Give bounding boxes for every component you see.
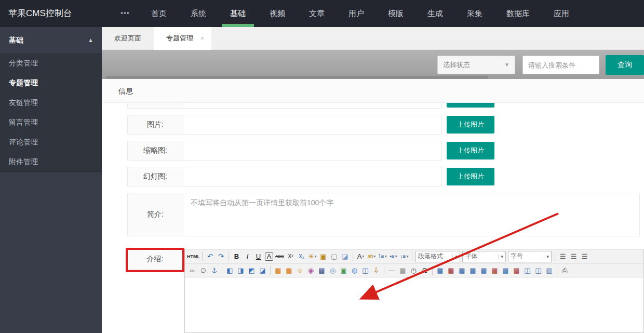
superscript-icon[interactable]: X² (285, 251, 296, 262)
sidebar-item-attachment[interactable]: 附件管理 (0, 152, 102, 171)
quick-format-icon[interactable]: ✳▾ (307, 251, 318, 262)
paste-text-icon[interactable]: ▣ (318, 251, 329, 262)
anchor-icon[interactable]: ⚓ (209, 265, 220, 276)
calendar-icon[interactable]: ▦ (397, 265, 408, 276)
highlight-color-icon[interactable]: ab▾ (366, 251, 377, 262)
upload-thumbnail-button[interactable]: 上传图片 (447, 142, 494, 159)
insert-table-icon[interactable]: ▦ (435, 265, 446, 276)
form-row-slideshow: 幻灯图: 上传图片 (127, 167, 644, 187)
thumbnail-input[interactable] (183, 141, 441, 160)
nav-item-user[interactable]: 用户 (340, 0, 372, 27)
close-icon[interactable]: × (200, 27, 205, 50)
chevron-down-icon: ▾ (395, 251, 397, 262)
nav-item-home[interactable]: 首页 (143, 0, 175, 27)
layout-icon[interactable]: ◫ (360, 265, 371, 276)
dialog-body: 文章收录: 查询数据 图片: 上传图片 缩略图: 上传图片 (102, 103, 644, 333)
align-left-icon[interactable]: ☰ (557, 251, 568, 262)
insert-col-icon[interactable]: ▦ (500, 265, 511, 276)
strikethrough-icon[interactable]: ABC (274, 251, 285, 262)
subscript-icon[interactable]: X₂ (296, 251, 307, 262)
paint-icon[interactable]: ◉ (305, 265, 316, 276)
editor-content-area[interactable] (185, 277, 643, 332)
status-select[interactable]: 选择状态 ▼ (437, 56, 515, 74)
source-code-icon[interactable]: HTML (187, 251, 200, 262)
sidebar-item-comment[interactable]: 评论管理 (0, 132, 102, 152)
tab-topic-management[interactable]: 专题管理 × (154, 27, 211, 50)
print-icon[interactable]: ⎙ (559, 265, 570, 276)
font-color-icon[interactable]: A▾ (355, 251, 366, 262)
emoticon-icon[interactable]: ☺ (294, 265, 305, 276)
slideshow-input[interactable] (183, 167, 441, 186)
delete-row-icon[interactable]: ▦ (489, 265, 500, 276)
italic-icon[interactable]: I (242, 251, 253, 262)
align-center-icon[interactable]: ☰ (568, 251, 579, 262)
insert-row-above-icon[interactable]: ▦ (467, 265, 478, 276)
nav-item-generate[interactable]: 生成 (419, 0, 451, 27)
upload-slideshow-button[interactable]: 上传图片 (447, 168, 494, 185)
field-label-summary: 简介: (128, 193, 183, 236)
split-cells-icon[interactable]: ◫ (533, 265, 544, 276)
insert-image-icon[interactable]: ▦ (273, 265, 284, 276)
sidebar-group-basic[interactable]: 基础 ▲ (0, 27, 102, 53)
query-button[interactable]: 查询 (606, 55, 644, 75)
align-right-icon[interactable]: ☰ (579, 251, 590, 262)
nav-item-template[interactable]: 模版 (380, 0, 412, 27)
image-input[interactable] (183, 115, 441, 134)
image-align-top-icon[interactable]: ◩ (246, 265, 257, 276)
nav-item-collect[interactable]: 采集 (459, 0, 491, 27)
paragraph-format-select[interactable]: 段落格式▾ (415, 251, 460, 262)
attachment-icon[interactable]: ◎ (327, 265, 338, 276)
sidebar-item-category[interactable]: 分类管理 (0, 53, 102, 73)
horizontal-rule-icon[interactable]: — (386, 265, 397, 276)
remote-image-icon[interactable]: ⇩ (371, 265, 382, 276)
nav-item-basic[interactable]: 基础 (222, 0, 254, 27)
tab-welcome[interactable]: 欢迎页面 (102, 27, 154, 50)
special-char-icon[interactable]: Ω (419, 265, 430, 276)
delete-col-icon[interactable]: ▦ (511, 265, 522, 276)
nav-item-article[interactable]: 文章 (301, 0, 333, 27)
multi-image-icon[interactable]: ▦ (284, 265, 294, 276)
merge-cells-icon[interactable]: ◫ (522, 265, 533, 276)
sidebar-item-guestbook[interactable]: 留言管理 (0, 112, 102, 132)
ordered-list-icon[interactable]: 1≡▾ (377, 251, 388, 262)
upload-image-button[interactable]: 上传图片 (447, 116, 494, 134)
bold-icon[interactable]: B (231, 251, 242, 262)
unlink-icon[interactable]: ∅ (198, 265, 209, 276)
eraser-icon[interactable]: ◪ (340, 251, 351, 262)
article-include-input[interactable] (183, 103, 441, 108)
insert-row-below-icon[interactable]: ▦ (478, 265, 489, 276)
cell-props-icon[interactable]: ▥ (544, 265, 555, 276)
nav-item-app[interactable]: 应用 (545, 0, 578, 27)
more-menu-icon[interactable]: ••• (120, 0, 130, 27)
delete-table-icon[interactable]: ▦ (446, 265, 457, 276)
unordered-list-icon[interactable]: •≡▾ (388, 251, 399, 262)
font-family-select[interactable]: 字体▾ (462, 251, 506, 262)
redo-icon[interactable]: ↷ (216, 251, 226, 262)
nav-item-video[interactable]: 视频 (261, 0, 293, 27)
chevron-down-icon: ▾ (498, 254, 503, 259)
font-style-icon[interactable]: A (265, 252, 273, 261)
chevron-down-icon: ▾ (406, 251, 408, 262)
query-data-button[interactable]: 查询数据 (447, 103, 494, 108)
nav-item-system[interactable]: 系统 (182, 0, 214, 27)
underline-icon[interactable]: U (253, 251, 264, 262)
font-size-select[interactable]: 字号▾ (508, 251, 552, 262)
sidebar-item-topic[interactable]: 专题管理 (0, 73, 102, 92)
summary-textarea[interactable] (183, 193, 639, 236)
media-icon[interactable]: ▤ (316, 265, 327, 276)
table-props-icon[interactable]: ▦ (457, 265, 467, 276)
sidebar: 基础 ▲ 分类管理 专题管理 友链管理 留言管理 评论管理 附件管理 (0, 27, 102, 333)
link-icon[interactable]: ∞ (187, 265, 198, 276)
image-block-icon[interactable]: ◪ (257, 265, 268, 276)
image-align-right-icon[interactable]: ◨ (235, 265, 246, 276)
image-map-icon[interactable]: ▣ (338, 265, 349, 276)
image-align-left-icon[interactable]: ◧ (224, 265, 235, 276)
clock-icon[interactable]: ◷ (408, 265, 419, 276)
new-document-icon[interactable]: ▢ (329, 251, 340, 262)
undo-icon[interactable]: ↶ (205, 251, 216, 262)
page-icon[interactable]: ◍ (349, 265, 360, 276)
line-height-icon[interactable]: ↕≡▾ (399, 251, 410, 262)
sidebar-item-friendlink[interactable]: 友链管理 (0, 92, 102, 112)
nav-item-database[interactable]: 数据库 (498, 0, 538, 27)
search-input[interactable] (522, 56, 599, 74)
